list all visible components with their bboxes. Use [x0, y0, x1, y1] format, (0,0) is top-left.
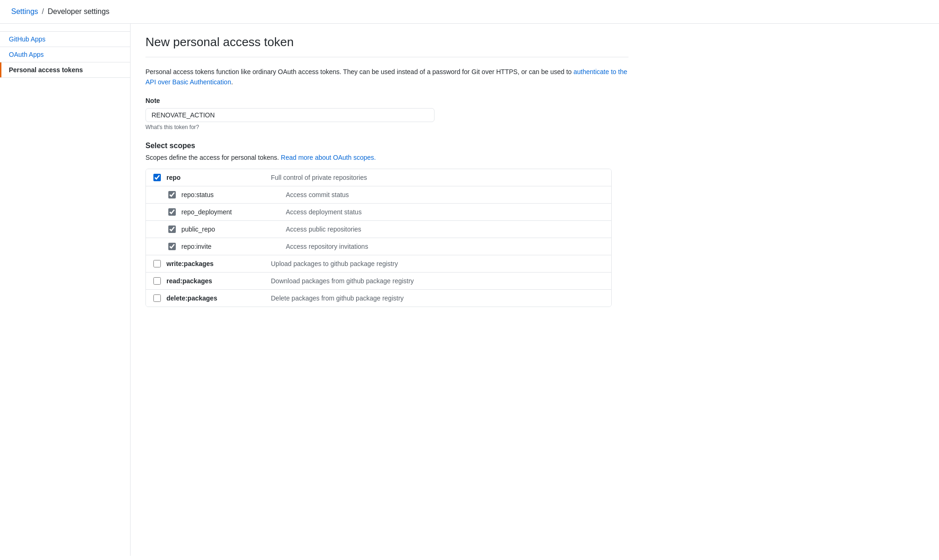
- scope-row-repo: repo Full control of private repositorie…: [146, 169, 611, 186]
- scope-name-write-packages: write:packages: [166, 260, 260, 267]
- scope-checkbox-read-packages[interactable]: [153, 277, 161, 285]
- breadcrumb: Settings / Developer settings: [0, 0, 939, 24]
- scope-row-write-packages: write:packages Upload packages to github…: [146, 255, 611, 273]
- scope-desc-repo-deployment: Access deployment status: [286, 208, 604, 216]
- scope-desc-repo-status: Access commit status: [286, 191, 604, 198]
- scope-row-public-repo: public_repo Access public repositories: [146, 221, 611, 238]
- scopes-title: Select scopes: [145, 142, 628, 150]
- scope-row-delete-packages: delete:packages Delete packages from git…: [146, 290, 611, 307]
- scopes-table: repo Full control of private repositorie…: [145, 169, 612, 307]
- sidebar-item-oauth-apps[interactable]: OAuth Apps: [0, 47, 130, 62]
- scope-name-delete-packages: delete:packages: [166, 294, 260, 302]
- scope-desc-write-packages: Upload packages to github package regist…: [271, 260, 604, 267]
- sidebar-divider-3: [0, 77, 130, 78]
- scopes-desc-text: Scopes define the access for personal to…: [145, 154, 281, 161]
- scope-desc-repo: Full control of private repositories: [271, 174, 604, 181]
- scope-desc-read-packages: Download packages from github package re…: [271, 277, 604, 285]
- sidebar-item-personal-access-tokens[interactable]: Personal access tokens: [0, 62, 130, 77]
- scope-row-repo-status: repo:status Access commit status: [146, 186, 611, 204]
- scope-name-repo-status: repo:status: [181, 191, 275, 198]
- scope-name-repo-deployment: repo_deployment: [181, 208, 275, 216]
- scope-row-repo-deployment: repo_deployment Access deployment status: [146, 204, 611, 221]
- note-hint: What's this token for?: [145, 124, 628, 130]
- scope-checkbox-delete-packages[interactable]: [153, 294, 161, 302]
- sidebar-item-github-apps[interactable]: GitHub Apps: [0, 32, 130, 47]
- scope-checkbox-write-packages[interactable]: [153, 260, 161, 267]
- scope-checkbox-repo[interactable]: [153, 174, 161, 181]
- page-layout: GitHub Apps OAuth Apps Personal access t…: [0, 24, 939, 556]
- scopes-description: Scopes define the access for personal to…: [145, 154, 628, 161]
- scope-desc-repo-invite: Access repository invitations: [286, 243, 604, 250]
- breadcrumb-settings-link[interactable]: Settings: [11, 7, 38, 16]
- scope-checkbox-repo-deployment[interactable]: [168, 208, 176, 216]
- scope-row-read-packages: read:packages Download packages from git…: [146, 273, 611, 290]
- note-label: Note: [145, 97, 628, 104]
- scope-checkbox-public-repo[interactable]: [168, 225, 176, 233]
- scopes-section: Select scopes Scopes define the access f…: [145, 142, 628, 307]
- scope-checkbox-repo-status[interactable]: [168, 191, 176, 198]
- scope-name-public-repo: public_repo: [181, 225, 275, 233]
- title-divider: [145, 57, 628, 57]
- scope-name-read-packages: read:packages: [166, 277, 260, 285]
- scope-checkbox-repo-invite[interactable]: [168, 243, 176, 250]
- scope-row-repo-invite: repo:invite Access repository invitation…: [146, 238, 611, 255]
- sidebar: GitHub Apps OAuth Apps Personal access t…: [0, 24, 131, 556]
- note-input[interactable]: [145, 108, 435, 122]
- note-section: Note What's this token for?: [145, 97, 628, 130]
- scopes-link[interactable]: Read more about OAuth scopes.: [281, 154, 376, 161]
- main-content: New personal access token Personal acces…: [131, 24, 643, 556]
- breadcrumb-current: Developer settings: [48, 7, 110, 16]
- scope-desc-public-repo: Access public repositories: [286, 225, 604, 233]
- breadcrumb-separator: /: [42, 7, 44, 16]
- page-title: New personal access token: [145, 35, 628, 49]
- description-text-1: Personal access tokens function like ord…: [145, 68, 573, 75]
- description-text-2: .: [231, 78, 233, 86]
- scope-name-repo-invite: repo:invite: [181, 243, 275, 250]
- scope-desc-delete-packages: Delete packages from github package regi…: [271, 294, 604, 302]
- scope-name-repo: repo: [166, 174, 260, 181]
- description: Personal access tokens function like ord…: [145, 67, 628, 88]
